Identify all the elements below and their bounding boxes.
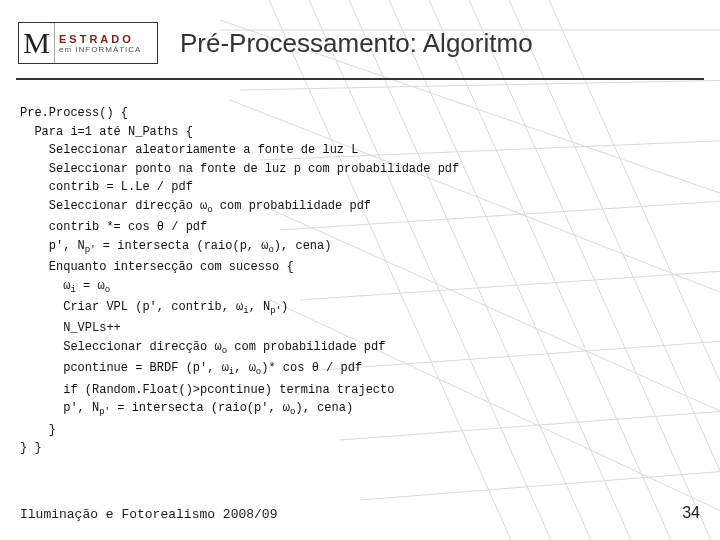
- subscript-p: p': [99, 408, 110, 418]
- logo-text: ESTRADO em INFORMÁTICA: [55, 23, 157, 63]
- logo-line1: ESTRADO: [59, 33, 157, 45]
- code-line: Enquanto intersecção com sucesso {: [20, 260, 294, 274]
- code-line: ), cena): [274, 239, 332, 253]
- code-line: contrib *= cos θ / pdf: [20, 220, 207, 234]
- code-line: if (Random.Float()>pcontinue) termina tr…: [20, 383, 394, 397]
- code-line: contrib = L.Le / pdf: [20, 180, 193, 194]
- code-line: = intersecta (raio(p, ω: [96, 239, 269, 253]
- code-line: } }: [20, 441, 42, 455]
- subscript-o: o: [105, 285, 110, 295]
- code-line: ω: [20, 279, 70, 293]
- code-line: ), cena): [295, 401, 353, 415]
- code-line: Seleccionar direcção ω: [20, 340, 222, 354]
- code-line: Seleccionar aleatoriamente a fonte de lu…: [20, 143, 358, 157]
- code-line: Para i=1 até N_Paths {: [20, 125, 193, 139]
- slide-footer: Iluminação e Fotorealismo 2008/09 34: [20, 504, 700, 522]
- code-line: N_VPLs++: [20, 321, 121, 335]
- subscript-p: p': [85, 245, 96, 255]
- code-line: , N: [249, 300, 271, 314]
- code-line: }: [20, 423, 56, 437]
- code-line: = ω: [76, 279, 105, 293]
- code-line: p', N: [20, 239, 85, 253]
- logo-mark: M: [19, 23, 55, 63]
- page-number: 34: [682, 504, 700, 522]
- code-line: , ω: [234, 361, 256, 375]
- program-logo: M ESTRADO em INFORMÁTICA: [18, 22, 158, 64]
- logo-line2: em INFORMÁTICA: [59, 45, 157, 54]
- pseudocode-block: Pre.Process() { Para i=1 até N_Paths { S…: [0, 80, 720, 458]
- code-line: com probabilidade pdf: [213, 199, 371, 213]
- code-line: p', N: [20, 401, 99, 415]
- code-line: ): [281, 300, 288, 314]
- code-line: pcontinue = BRDF (p', ω: [20, 361, 229, 375]
- code-line: com probabilidade pdf: [227, 340, 385, 354]
- code-line: Seleccionar ponto na fonte de luz p com …: [20, 162, 459, 176]
- code-line: )* cos θ / pdf: [261, 361, 362, 375]
- code-line: = intersecta (raio(p', ω: [110, 401, 290, 415]
- code-line: Seleccionar direcção ω: [20, 199, 207, 213]
- footer-text: Iluminação e Fotorealismo 2008/09: [20, 507, 277, 522]
- code-line: Criar VPL (p', contrib, ω: [20, 300, 243, 314]
- svg-line-15: [360, 470, 720, 500]
- code-line: Pre.Process() {: [20, 106, 128, 120]
- subscript-p: p': [270, 307, 281, 317]
- slide-header: M ESTRADO em INFORMÁTICA Pré-Processamen…: [0, 0, 720, 72]
- slide-title: Pré-Processamento: Algoritmo: [180, 28, 533, 59]
